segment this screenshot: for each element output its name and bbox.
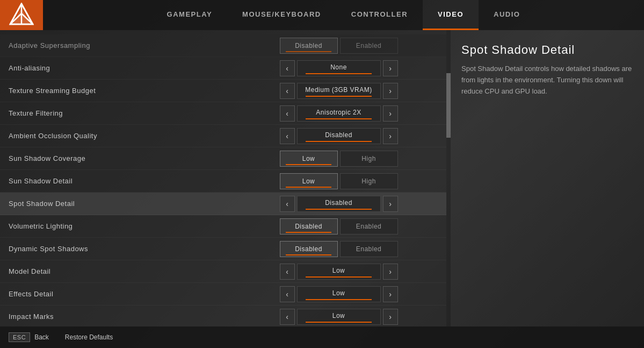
toggle-btn-high-sun-detail[interactable]: High (340, 173, 398, 189)
logo-area (0, 0, 43, 30)
nav-tabs: GAMEPLAY MOUSE/KEYBOARD CONTROLLER VIDEO… (43, 0, 644, 30)
arrow-left-ambient-occlusion[interactable]: ‹ (280, 128, 295, 144)
settings-list: Adaptive Supersampling Disabled Enabled … (0, 34, 446, 326)
back-label: Back (34, 333, 49, 341)
tab-audio[interactable]: AUDIO (479, 0, 535, 30)
toggle-btn-high-sun-coverage[interactable]: High (340, 151, 398, 167)
arrow-selector-ambient-occlusion: ‹ Disabled › (280, 128, 398, 144)
setting-control-model-detail: ‹ Low › (240, 264, 438, 280)
setting-row-effects-detail: Effects Detail ‹ Low › (0, 283, 446, 306)
selector-text-texture-filtering: Anisotropic 2X (316, 109, 361, 117)
selector-value-effects-detail: Low (297, 286, 381, 302)
setting-label-sun-shadow-coverage: Sun Shadow Coverage (9, 154, 240, 162)
selector-text-impact-marks: Low (332, 313, 345, 321)
setting-control-texture-streaming: ‹ Medium (3GB VRAM) › (240, 83, 438, 99)
setting-row-ambient-occlusion: Ambient Occlusion Quality ‹ Disabled › (0, 125, 446, 147)
setting-control-impact-marks: ‹ Low › (240, 309, 438, 325)
arrow-selector-spot-shadow-detail: ‹ Disabled › (280, 196, 398, 212)
selector-underline-texture-streaming (306, 96, 372, 97)
selector-text-ambient-occlusion: Disabled (325, 132, 352, 140)
setting-row-impact-marks: Impact Marks ‹ Low › (0, 306, 446, 326)
settings-panel: Adaptive Supersampling Disabled Enabled … (0, 30, 446, 326)
setting-control-anti-aliasing: ‹ None › (240, 60, 438, 76)
arrow-right-spot-shadow-detail[interactable]: › (383, 196, 398, 212)
selector-value-texture-streaming: Medium (3GB VRAM) (297, 83, 381, 99)
toggle-btn-disabled-supersampling[interactable]: Disabled (280, 38, 338, 54)
tab-controller[interactable]: CONTROLLER (336, 0, 423, 30)
toggle-btn-enabled-supersampling[interactable]: Enabled (340, 38, 398, 54)
selector-text-texture-streaming: Medium (3GB VRAM) (305, 87, 372, 95)
setting-row-sun-shadow-detail: Sun Shadow Detail Low High (0, 170, 446, 193)
restore-defaults-label: Restore Defaults (65, 333, 113, 341)
selector-underline-ambient-occlusion (306, 141, 372, 142)
arrow-left-effects-detail[interactable]: ‹ (280, 286, 295, 302)
setting-control-sun-shadow-coverage: Low High (240, 151, 438, 167)
toggle-btn-low-sun-coverage[interactable]: Low (280, 151, 338, 167)
setting-label-texture-streaming: Texture Streaming Budget (9, 87, 240, 95)
selector-value-model-detail: Low (297, 264, 381, 280)
top-navigation: GAMEPLAY MOUSE/KEYBOARD CONTROLLER VIDEO… (0, 0, 644, 30)
arrow-left-spot-shadow-detail[interactable]: ‹ (280, 196, 295, 212)
toggle-sun-shadow-detail: Low High (280, 173, 398, 189)
restore-defaults-action[interactable]: Restore Defaults (65, 333, 113, 341)
main-content: Adaptive Supersampling Disabled Enabled … (0, 30, 644, 326)
setting-row-texture-streaming: Texture Streaming Budget ‹ Medium (3GB V… (0, 80, 446, 102)
setting-label-impact-marks: Impact Marks (9, 313, 240, 321)
back-action[interactable]: ESC Back (9, 332, 49, 342)
arrow-left-texture-filtering[interactable]: ‹ (280, 105, 295, 122)
setting-row-adaptive-supersampling: Adaptive Supersampling Disabled Enabled (0, 34, 446, 57)
toggle-btn-low-sun-detail[interactable]: Low (280, 173, 338, 189)
toggle-dynamic-spot-shadows: Disabled Enabled (280, 241, 398, 257)
info-panel: Spot Shadow Detail Spot Shadow Detail co… (451, 30, 644, 326)
setting-control-effects-detail: ‹ Low › (240, 286, 438, 302)
arrow-selector-texture-streaming: ‹ Medium (3GB VRAM) › (280, 83, 398, 99)
arrow-left-impact-marks[interactable]: ‹ (280, 309, 295, 325)
arrow-right-texture-filtering[interactable]: › (383, 105, 398, 122)
arrow-selector-model-detail: ‹ Low › (280, 264, 398, 280)
setting-row-texture-filtering: Texture Filtering ‹ Anisotropic 2X › (0, 102, 446, 125)
scrollbar-thumb[interactable] (446, 73, 451, 138)
setting-label-texture-filtering: Texture Filtering (9, 109, 240, 117)
arrow-right-model-detail[interactable]: › (383, 264, 398, 280)
setting-row-dynamic-spot-shadows: Dynamic Spot Shadows Disabled Enabled (0, 238, 446, 260)
tab-mouse-keyboard[interactable]: MOUSE/KEYBOARD (227, 0, 336, 30)
selector-text-spot-shadow-detail: Disabled (325, 200, 352, 208)
toggle-btn-disabled-volumetric[interactable]: Disabled (280, 218, 338, 235)
tab-video[interactable]: VIDEO (423, 0, 479, 30)
arrow-right-anti-aliasing[interactable]: › (383, 60, 398, 76)
arrow-left-texture-streaming[interactable]: ‹ (280, 83, 295, 99)
selector-value-impact-marks: Low (297, 309, 381, 325)
scrollbar-track[interactable] (446, 30, 451, 326)
info-panel-title: Spot Shadow Detail (461, 43, 633, 57)
toggle-btn-disabled-dynamic[interactable]: Disabled (280, 241, 338, 257)
selector-underline-model-detail (306, 276, 372, 278)
selector-underline-effects-detail (306, 299, 372, 300)
arrow-right-ambient-occlusion[interactable]: › (383, 128, 398, 144)
setting-control-sun-shadow-detail: Low High (240, 173, 438, 189)
setting-row-volumetric-lighting: Volumetric Lighting Disabled Enabled (0, 215, 446, 238)
toggle-sun-shadow-coverage: Low High (280, 151, 398, 167)
setting-label-spot-shadow-detail: Spot Shadow Detail (9, 200, 240, 208)
selector-value-anti-aliasing: None (297, 60, 381, 76)
setting-label-adaptive-supersampling: Adaptive Supersampling (9, 41, 240, 49)
setting-row-sun-shadow-coverage: Sun Shadow Coverage Low High (0, 147, 446, 170)
toggle-volumetric-lighting: Disabled Enabled (280, 218, 398, 235)
arrow-right-effects-detail[interactable]: › (383, 286, 398, 302)
selector-value-spot-shadow-detail: Disabled (297, 196, 381, 212)
tab-gameplay[interactable]: GAMEPLAY (152, 0, 227, 30)
setting-label-ambient-occlusion: Ambient Occlusion Quality (9, 132, 240, 140)
arrow-left-model-detail[interactable]: ‹ (280, 264, 295, 280)
selector-underline-anti-aliasing (306, 73, 372, 74)
toggle-btn-enabled-volumetric[interactable]: Enabled (340, 218, 398, 235)
setting-control-dynamic-spot-shadows: Disabled Enabled (240, 241, 438, 257)
arrow-selector-anti-aliasing: ‹ None › (280, 60, 398, 76)
arrow-right-impact-marks[interactable]: › (383, 309, 398, 325)
setting-control-spot-shadow-detail: ‹ Disabled › (240, 196, 438, 212)
setting-label-anti-aliasing: Anti-aliasing (9, 64, 240, 72)
setting-label-dynamic-spot-shadows: Dynamic Spot Shadows (9, 245, 240, 253)
arrow-right-texture-streaming[interactable]: › (383, 83, 398, 99)
setting-control-adaptive-supersampling: Disabled Enabled (240, 38, 438, 54)
setting-label-effects-detail: Effects Detail (9, 290, 240, 298)
toggle-btn-enabled-dynamic[interactable]: Enabled (340, 241, 398, 257)
arrow-left-anti-aliasing[interactable]: ‹ (280, 60, 295, 76)
